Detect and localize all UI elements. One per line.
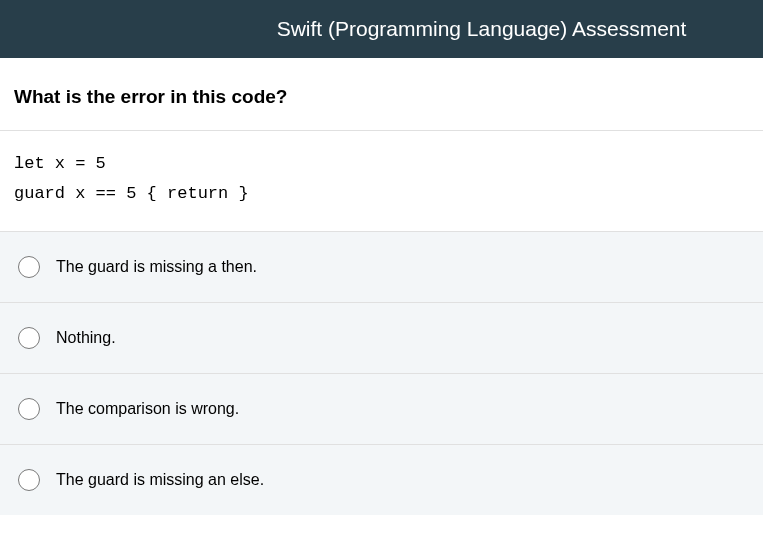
answers-section: The guard is missing a then. Nothing. Th… [0, 231, 763, 515]
answer-label: The guard is missing an else. [56, 471, 264, 489]
question-text: What is the error in this code? [14, 86, 749, 108]
code-block: let x = 5 guard x == 5 { return } [0, 131, 763, 231]
radio-icon [18, 469, 40, 491]
radio-icon [18, 327, 40, 349]
assessment-title: Swift (Programming Language) Assessment [277, 17, 687, 41]
code-line-2: guard x == 5 { return } [14, 179, 749, 209]
answer-label: Nothing. [56, 329, 116, 347]
answer-label: The comparison is wrong. [56, 400, 239, 418]
answer-option-2[interactable]: The comparison is wrong. [0, 374, 763, 445]
answer-option-0[interactable]: The guard is missing a then. [0, 232, 763, 303]
assessment-header: Swift (Programming Language) Assessment [0, 0, 763, 58]
answer-option-1[interactable]: Nothing. [0, 303, 763, 374]
question-section: What is the error in this code? [0, 58, 763, 130]
answer-label: The guard is missing a then. [56, 258, 257, 276]
radio-icon [18, 398, 40, 420]
code-line-1: let x = 5 [14, 149, 749, 179]
radio-icon [18, 256, 40, 278]
answer-option-3[interactable]: The guard is missing an else. [0, 445, 763, 515]
